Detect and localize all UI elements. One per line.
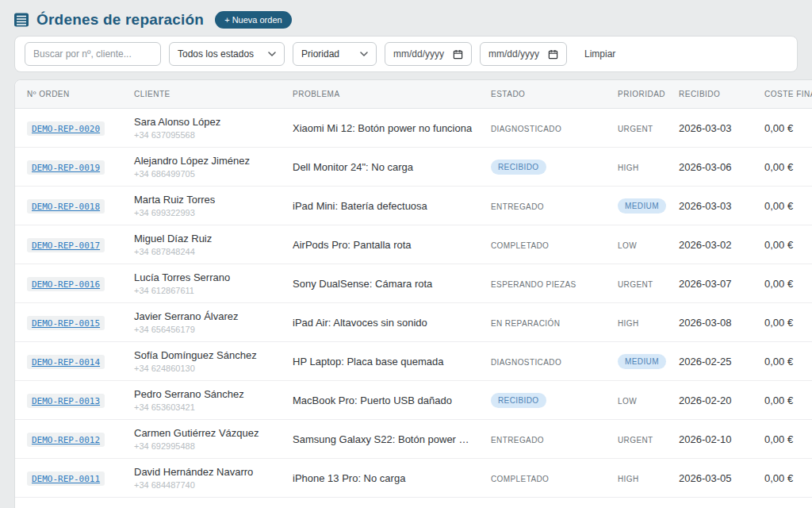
client-cell: Miguel Díaz Ruiz+34 687848244: [134, 233, 293, 256]
priority-badge: URGENT: [618, 280, 653, 289]
order-number-link[interactable]: DEMO-REP-0017: [27, 238, 105, 252]
order-cell: DEMO-REP-0019: [27, 160, 134, 175]
client-name: Alejandro López Jiménez: [134, 155, 293, 167]
column-header: PROBLEMA: [293, 90, 491, 98]
problem-cell: iPhone 13 Pro: No carga: [293, 472, 491, 484]
order-number-link[interactable]: DEMO-REP-0019: [27, 160, 105, 175]
client-cell: Lucía Torres Serrano+34 612867611: [134, 271, 293, 295]
priority-cell: LOW: [618, 237, 679, 252]
order-number-link[interactable]: DEMO-REP-0015: [27, 316, 105, 330]
final-cost-cell: 0,00 €: [764, 239, 812, 251]
order-number-link[interactable]: DEMO-REP-0016: [27, 277, 105, 291]
order-number-link[interactable]: DEMO-REP-0020: [27, 121, 105, 136]
received-date-cell: 2026-02-20: [679, 394, 764, 406]
calendar-icon: [453, 49, 463, 60]
clear-filters-link[interactable]: Limpiar: [584, 48, 615, 60]
client-cell: David Hernández Navarro+34 684487740: [134, 466, 293, 490]
order-number-link[interactable]: DEMO-REP-0012: [27, 433, 105, 447]
priority-filter-value: Prioridad: [301, 48, 339, 60]
column-header: PRIORIDAD: [618, 90, 679, 98]
priority-cell: URGENT: [618, 121, 679, 135]
client-phone: +34 653603421: [134, 402, 293, 412]
column-header: ESTADO: [491, 90, 618, 98]
order-number-link[interactable]: DEMO-REP-0013: [27, 394, 105, 408]
client-cell: Marta Ruiz Torres+34 699322993: [134, 194, 293, 217]
date-from-placeholder: mm/dd/yyyy: [393, 48, 444, 60]
final-cost-cell: 0,00 €: [764, 317, 812, 329]
client-phone: +34 686499705: [134, 169, 293, 179]
problem-cell: HP Laptop: Placa base quemada: [293, 356, 491, 368]
final-cost-cell: 0,00 €: [764, 433, 812, 445]
client-phone: +34 699322993: [134, 208, 293, 217]
status-cell: ESPERANDO PIEZAS: [491, 276, 618, 291]
final-cost-cell: 0,00 €: [764, 200, 812, 212]
calendar-icon: [548, 49, 558, 60]
priority-cell: URGENT: [618, 432, 679, 446]
priority-cell: MEDIUM: [618, 198, 679, 214]
client-name: Miguel Díaz Ruiz: [134, 233, 293, 244]
status-badge: COMPLETADO: [491, 475, 549, 483]
client-cell: Carmen Gutiérrez Vázquez+34 692995488: [134, 427, 293, 451]
table-row: DEMO-REP-0017Miguel Díaz Ruiz+34 6878482…: [15, 225, 812, 264]
order-number-link[interactable]: DEMO-REP-0011: [27, 471, 105, 486]
received-date-cell: 2026-03-05: [679, 472, 764, 484]
new-order-button[interactable]: + Nueva orden: [215, 11, 291, 29]
client-phone: +34 624860130: [134, 364, 293, 373]
search-input[interactable]: [25, 42, 161, 66]
received-date-cell: 2026-03-02: [679, 239, 764, 251]
status-cell: ENTREGADO: [491, 432, 618, 446]
table-row: DEMO-REP-0015Javier Serrano Álvarez+34 6…: [15, 303, 812, 342]
status-cell: ENTREGADO: [491, 198, 618, 213]
received-date-cell: 2026-03-08: [679, 317, 764, 329]
status-cell: DIAGNOSTICADO: [491, 354, 618, 368]
table-row: DEMO-REP-0018Marta Ruiz Torres+34 699322…: [15, 187, 812, 225]
final-cost-cell: 0,00 €: [764, 394, 812, 406]
final-cost-cell: 0,00 €: [764, 278, 812, 290]
column-header: COSTE FINAL: [764, 90, 812, 98]
date-to-input[interactable]: mm/dd/yyyy: [480, 42, 567, 66]
order-cell: DEMO-REP-0014: [27, 354, 134, 369]
received-date-cell: 2026-03-03: [679, 122, 764, 134]
status-badge: RECIBIDO: [491, 160, 546, 175]
client-cell: Javier Serrano Álvarez+34 656456179: [134, 310, 293, 334]
order-cell: DEMO-REP-0017: [27, 237, 134, 252]
status-badge: ENTREGADO: [491, 202, 544, 211]
client-name: Pedro Serrano Sánchez: [134, 388, 293, 400]
table-row: DEMO-REP-0014Sofía Domínguez Sánchez+34 …: [15, 342, 812, 381]
client-phone: +34 687848244: [134, 247, 293, 256]
received-date-cell: 2026-02-10: [679, 433, 764, 445]
table-row: Isabel Torres Fernández: [15, 498, 812, 508]
client-phone: +34 684487740: [134, 480, 293, 490]
status-cell: EN REPARACIÓN: [491, 315, 618, 329]
priority-filter-select[interactable]: Prioridad: [293, 42, 377, 66]
status-cell: RECIBIDO: [491, 392, 618, 408]
status-badge: ENTREGADO: [491, 436, 544, 444]
table-header-row: Nº ORDENCLIENTEPROBLEMAESTADOPRIORIDADRE…: [15, 80, 812, 109]
status-filter-select[interactable]: Todos los estados: [169, 42, 285, 66]
date-from-input[interactable]: mm/dd/yyyy: [385, 42, 472, 66]
client-name: Carmen Gutiérrez Vázquez: [134, 427, 293, 439]
client-phone: +34 692995488: [134, 441, 293, 451]
client-name: Marta Ruiz Torres: [134, 194, 293, 206]
table-row: DEMO-REP-0013Pedro Serrano Sánchez+34 65…: [15, 381, 812, 420]
priority-badge: URGENT: [618, 125, 653, 133]
page-header: Órdenes de reparación + Nueva orden: [13, 11, 292, 29]
priority-badge: HIGH: [618, 164, 639, 172]
order-cell: DEMO-REP-0011: [27, 471, 134, 486]
problem-cell: Dell Monitor 24": No carga: [293, 161, 491, 173]
column-header: Nº ORDEN: [27, 90, 134, 98]
table-row: DEMO-REP-0011David Hernández Navarro+34 …: [15, 459, 812, 498]
received-date-cell: 2026-02-25: [679, 356, 764, 368]
column-header: CLIENTE: [134, 90, 293, 98]
table-row: DEMO-REP-0020Sara Alonso López+34 637095…: [15, 109, 812, 148]
order-number-link[interactable]: DEMO-REP-0018: [27, 199, 105, 214]
table-row: DEMO-REP-0012Carmen Gutiérrez Vázquez+34…: [15, 420, 812, 459]
status-badge: COMPLETADO: [491, 241, 549, 250]
order-number-link[interactable]: DEMO-REP-0014: [27, 355, 105, 369]
problem-cell: MacBook Pro: Puerto USB dañado: [293, 394, 491, 406]
priority-badge: MEDIUM: [618, 354, 666, 369]
client-name: Javier Serrano Álvarez: [134, 310, 293, 322]
received-date-cell: 2026-03-06: [679, 161, 764, 173]
status-cell: RECIBIDO: [491, 159, 618, 175]
priority-badge: LOW: [618, 241, 637, 250]
